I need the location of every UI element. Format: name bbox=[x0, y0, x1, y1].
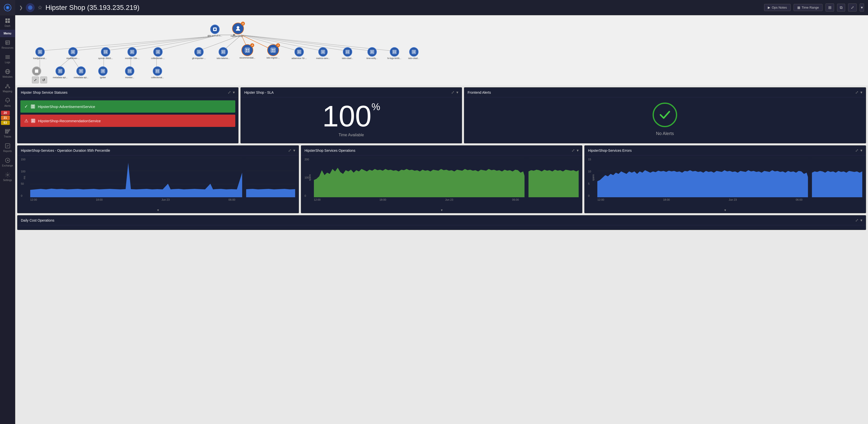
node-metrics-serv[interactable]: metrics-serv... bbox=[316, 47, 330, 59]
node-recommendation[interactable]: ⚠ recommendati... bbox=[240, 44, 255, 59]
node-syncer[interactable]: syncer-3feb5... bbox=[98, 47, 113, 59]
op-duration-expand-btn[interactable]: ▾ bbox=[157, 208, 159, 212]
svc-ops-time-labels: 12:00 18:00 Jun 23 06:00 bbox=[314, 198, 579, 201]
sidebar: Dash Menu Resources Logs Websites Mappin… bbox=[0, 0, 15, 424]
sidebar-traces-label: Traces bbox=[4, 135, 11, 138]
node-collectionat[interactable]: collectionat... bbox=[151, 66, 164, 79]
service-statuses-expand[interactable]: ⤢ bbox=[228, 90, 231, 95]
node-1450[interactable]: time-eofq... bbox=[367, 47, 377, 59]
svc-ops-collapse[interactable]: ▾ bbox=[577, 148, 579, 153]
warning-icon: ⚠ bbox=[24, 118, 28, 123]
op-duration-collapse[interactable]: ▾ bbox=[293, 148, 295, 153]
svg-rect-160 bbox=[33, 107, 34, 108]
panel-op-duration-controls: ⤢ ▾ bbox=[288, 148, 295, 153]
svg-rect-106 bbox=[322, 51, 323, 52]
status-item-advertisement[interactable]: ✓ HipsterShop-AdvertisementService bbox=[21, 100, 235, 113]
svc-ops-expand-btn[interactable]: ▾ bbox=[441, 208, 443, 212]
node-adservice[interactable]: adservice-7d-... bbox=[291, 47, 307, 59]
svg-rect-60 bbox=[71, 50, 75, 54]
node-glt-importer[interactable]: glt-importer-... bbox=[192, 47, 206, 59]
svc-errors-expand-btn[interactable]: ▾ bbox=[724, 208, 726, 212]
frontend-alerts-expand[interactable]: ⤢ bbox=[855, 90, 859, 95]
node-1350[interactable]: istio-citad... bbox=[342, 47, 353, 59]
svc-errors-axis-label: spans bbox=[592, 174, 595, 181]
svg-rect-80 bbox=[197, 50, 201, 54]
svg-rect-104 bbox=[300, 52, 300, 53]
map-refresh-btn[interactable]: ↺ bbox=[40, 77, 47, 83]
svg-rect-97 bbox=[273, 49, 275, 50]
sla-number: 100 bbox=[322, 101, 371, 131]
fullscreen-button[interactable]: ⤢ bbox=[848, 3, 857, 11]
svg-rect-142 bbox=[102, 70, 103, 71]
svg-rect-86 bbox=[222, 51, 223, 52]
no-alerts-circle bbox=[653, 103, 677, 127]
node-istio-ingress[interactable]: ⚠ istio-ingres-... bbox=[267, 44, 280, 59]
ops-notes-button[interactable]: ▶ Ops Notes bbox=[764, 4, 790, 11]
svg-rect-108 bbox=[322, 52, 323, 53]
op-duration-expand[interactable]: ⤢ bbox=[288, 148, 291, 153]
svg-rect-94 bbox=[248, 50, 249, 52]
sidebar-item-alerts[interactable]: Alerts bbox=[0, 95, 15, 110]
panel-service-statuses-header: Hipster Shop Service Statuses ⤢ ▾ bbox=[18, 88, 238, 97]
node-metadata2[interactable]: metadata-api... bbox=[74, 66, 88, 79]
svg-rect-73 bbox=[131, 52, 132, 53]
node-hipstershop[interactable]: ⚠ HipsterShop-... bbox=[230, 23, 245, 37]
expand-icon[interactable]: ❯ bbox=[19, 5, 23, 10]
sidebar-menu[interactable]: Menu bbox=[0, 30, 15, 37]
sidebar-item-traces[interactable]: Traces bbox=[0, 126, 15, 140]
more-options-button[interactable]: ▾ bbox=[860, 3, 864, 11]
sidebar-item-exchange[interactable]: Exchange bbox=[0, 155, 15, 169]
service-statuses-collapse[interactable]: ▾ bbox=[233, 90, 235, 95]
ops-center-expand[interactable]: ⤢ bbox=[855, 218, 859, 223]
panel-service-statuses-controls: ⤢ ▾ bbox=[228, 90, 235, 95]
favorite-star[interactable]: ☆ bbox=[38, 4, 42, 11]
node-1610[interactable]: istio-citad... bbox=[408, 47, 420, 59]
svg-point-20 bbox=[9, 87, 10, 88]
status-item-recommendation[interactable]: ⚠ HipsterShop-RecommendationService bbox=[21, 115, 235, 127]
sidebar-item-dash[interactable]: Dash bbox=[0, 15, 15, 30]
svg-line-21 bbox=[6, 86, 8, 87]
node-monitor2[interactable]: monitor... bbox=[125, 66, 134, 79]
node-monitor[interactable]: monitor-7d4-... bbox=[125, 47, 140, 59]
svg-rect-71 bbox=[131, 51, 132, 52]
alert-badge-21: 21 bbox=[1, 116, 10, 120]
ops-center-collapse[interactable]: ▾ bbox=[860, 218, 862, 223]
node-collectionet[interactable]: collectionet-... bbox=[151, 47, 165, 59]
node-stackdriver[interactable]: stackdriver-... bbox=[66, 47, 80, 59]
sidebar-item-logs[interactable]: Logs bbox=[0, 52, 15, 66]
panel-button[interactable]: ⧉ bbox=[837, 4, 845, 11]
frontend-alerts-collapse[interactable]: ▾ bbox=[860, 90, 862, 95]
node-loadgenerator[interactable]: loadgenerat... bbox=[33, 47, 46, 59]
sidebar-item-settings[interactable]: Settings bbox=[0, 169, 15, 184]
network-map: gke-anthos-s... ⚠ HipsterShop-... loadge… bbox=[15, 15, 868, 85]
map-expand-btn[interactable]: ⤢ bbox=[32, 77, 39, 83]
svg-rect-128 bbox=[413, 52, 413, 53]
svg-rect-162 bbox=[32, 119, 33, 120]
sidebar-item-reports[interactable]: Reports bbox=[0, 140, 15, 155]
svg-rect-69 bbox=[106, 52, 107, 53]
svg-rect-85 bbox=[221, 50, 225, 54]
sidebar-item-mapping[interactable]: Mapping bbox=[0, 81, 15, 95]
map-controls: ⤢ ↺ bbox=[32, 77, 47, 83]
svg-rect-132 bbox=[59, 70, 60, 71]
grid-view-button[interactable]: ⊞ bbox=[826, 3, 834, 11]
node-metadata1[interactable]: metadata-api... bbox=[53, 66, 67, 79]
sla-value-row: 100 % bbox=[322, 101, 380, 131]
op-duration-axis-label: ms bbox=[23, 176, 26, 179]
svc-ops-expand[interactable]: ⤢ bbox=[571, 148, 575, 153]
sidebar-logo[interactable] bbox=[0, 0, 15, 15]
svc-errors-chart-main bbox=[597, 158, 862, 197]
node-1530[interactable]: hi-logs-bir95... bbox=[388, 47, 401, 59]
sidebar-item-websites[interactable]: Websites bbox=[0, 66, 15, 81]
node-istio-telemo[interactable]: istio-telemo... bbox=[217, 47, 230, 59]
sidebar-item-resources[interactable]: Resources bbox=[0, 37, 15, 52]
svg-rect-96 bbox=[272, 49, 273, 50]
node-gke-anthos[interactable]: gke-anthos-s... bbox=[208, 25, 222, 37]
svc-errors-collapse[interactable]: ▾ bbox=[860, 148, 862, 153]
time-range-button[interactable]: ▦ Time Range bbox=[794, 4, 823, 11]
sla-collapse[interactable]: ▾ bbox=[456, 90, 458, 95]
svg-rect-105 bbox=[321, 50, 325, 54]
sla-expand[interactable]: ⤢ bbox=[451, 90, 455, 95]
svc-errors-expand[interactable]: ⤢ bbox=[855, 148, 859, 153]
node-igniter[interactable]: igniter bbox=[98, 66, 107, 79]
